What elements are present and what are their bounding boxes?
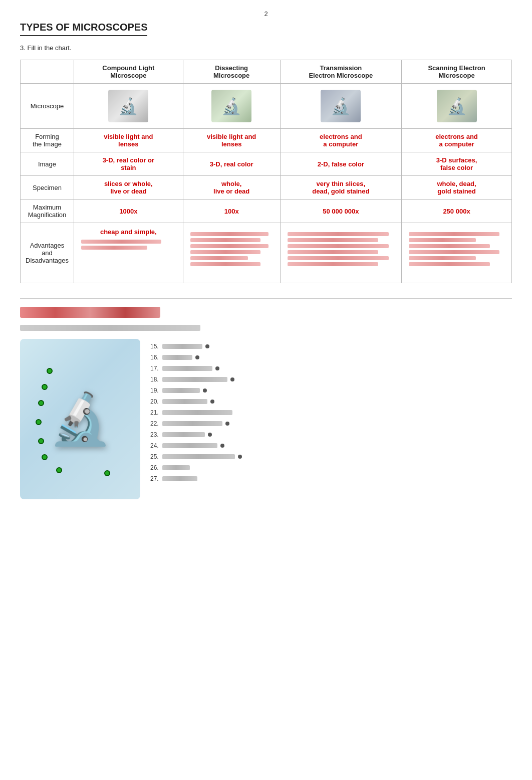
cell-scanning-magnification: 250 000x <box>402 200 512 223</box>
label-number-5: 19. <box>150 387 159 394</box>
cell-dissecting-image-type: 3-D, real color <box>183 152 280 176</box>
label-text-5 <box>162 388 200 393</box>
label-row-2: 16. <box>150 354 512 361</box>
diagram-dot-8 <box>104 470 110 476</box>
label-text-11 <box>162 454 235 459</box>
label-number-7: 21. <box>150 409 159 416</box>
label-row-11: 25. <box>150 453 512 460</box>
diagram-dot-2 <box>42 384 48 390</box>
label-row-7: 21. <box>150 409 512 416</box>
compound-magnification-text: 1000x <box>119 208 137 215</box>
label-row-5: 19. <box>150 387 512 394</box>
compound-forming-text: visible light andlenses <box>104 133 153 148</box>
label-row-12: 26. <box>150 464 512 471</box>
dissecting-magnification-text: 100x <box>224 208 239 215</box>
dissecting-forming-text: visible light andlenses <box>207 133 256 148</box>
row-label-forming: Formingthe Image <box>21 129 74 152</box>
table-row-magnification: MaximumMagnification 1000x 100x 50 000 0… <box>21 200 512 223</box>
microscope-chart-table: Compound LightMicroscope DissectingMicro… <box>20 60 512 283</box>
col-header-compound: Compound LightMicroscope <box>74 60 183 84</box>
col-header-dissecting: DissectingMicroscope <box>183 60 280 84</box>
cell-dissecting-forming: visible light andlenses <box>183 129 280 152</box>
cell-compound-image-type: 3-D, real color orstain <box>74 152 183 176</box>
dissecting-image-text: 3-D, real color <box>210 160 253 168</box>
label-row-1: 15. <box>150 343 512 350</box>
cell-compound-advantages: cheap and simple, <box>74 223 183 283</box>
cell-dissecting-specimen: whole,live or dead <box>183 176 280 200</box>
cell-transmission-specimen: very thin slices,dead, gold stained <box>280 176 401 200</box>
label-row-8: 22. <box>150 420 512 427</box>
cell-transmission-magnification: 50 000 000x <box>280 200 401 223</box>
label-text-3 <box>162 366 212 371</box>
label-number-2: 16. <box>150 354 159 361</box>
label-circle-4 <box>230 377 234 381</box>
cell-dissecting-magnification: 100x <box>183 200 280 223</box>
transmission-advantages-blur <box>286 228 396 270</box>
compound-advantages-blur <box>79 236 178 254</box>
col-header-empty <box>21 60 74 84</box>
lower-section-instruction <box>20 325 200 331</box>
table-row-image: Image 3-D, real color orstain 3-D, real … <box>21 152 512 176</box>
diagram-dot-6 <box>42 454 48 460</box>
scanning-magnification-text: 250 000x <box>443 208 470 215</box>
label-text-7 <box>162 410 232 415</box>
row-label-specimen: Specimen <box>21 176 74 200</box>
transmission-microscope-image <box>321 90 361 122</box>
table-row-microscope: Microscope <box>21 84 512 129</box>
label-circle-3 <box>215 366 219 370</box>
cell-transmission-advantages <box>280 223 401 283</box>
label-row-3: 17. <box>150 365 512 372</box>
label-text-9 <box>162 432 205 437</box>
label-number-8: 22. <box>150 420 159 427</box>
microscope-diagram <box>20 339 140 499</box>
label-text-12 <box>162 465 190 470</box>
transmission-image-text: 2-D, false color <box>318 160 364 168</box>
scanning-forming-text: electrons anda computer <box>435 133 478 148</box>
label-row-9: 23. <box>150 431 512 438</box>
diagram-dot-7 <box>56 467 62 473</box>
label-text-4 <box>162 377 227 382</box>
label-number-9: 23. <box>150 431 159 438</box>
cell-compound-specimen: slices or whole,live or dead <box>74 176 183 200</box>
label-row-10: 24. <box>150 442 512 449</box>
compound-advantages-text: cheap and simple, <box>100 228 157 236</box>
transmission-magnification-text: 50 000 000x <box>323 208 359 215</box>
scanning-specimen-text: whole, dead,gold stained <box>437 180 476 195</box>
label-circle-10 <box>220 444 224 448</box>
table-row-advantages: AdvantagesandDisadvantages cheap and sim… <box>21 223 512 283</box>
label-number-10: 24. <box>150 442 159 449</box>
page-number: 2 <box>20 10 512 18</box>
table-row-specimen: Specimen slices or whole,live or dead wh… <box>21 176 512 200</box>
diagram-dot-5 <box>38 438 44 444</box>
label-number-4: 18. <box>150 376 159 383</box>
fill-chart-instruction: 3. Fill in the chart. <box>20 44 512 52</box>
label-number-11: 25. <box>150 453 159 460</box>
label-number-6: 20. <box>150 398 159 405</box>
cell-compound-image <box>74 84 183 129</box>
cell-scanning-image <box>402 84 512 129</box>
label-row-13: 27. <box>150 475 512 482</box>
row-label-microscope: Microscope <box>21 84 74 129</box>
cell-compound-magnification: 1000x <box>74 200 183 223</box>
cell-scanning-advantages <box>402 223 512 283</box>
transmission-forming-text: electrons anda computer <box>320 133 362 148</box>
label-text-8 <box>162 421 222 426</box>
label-text-2 <box>162 355 192 360</box>
label-number-3: 17. <box>150 365 159 372</box>
label-circle-6 <box>210 400 214 404</box>
label-circle-8 <box>225 422 229 426</box>
label-circle-2 <box>195 355 199 359</box>
cell-transmission-image-type: 2-D, false color <box>280 152 401 176</box>
cell-scanning-image-type: 3-D surfaces,false color <box>402 152 512 176</box>
label-circle-1 <box>205 344 209 348</box>
label-text-10 <box>162 443 217 448</box>
lower-section: 15. 16. 17. 18. 19. <box>20 298 512 499</box>
dissecting-microscope-image <box>211 90 251 122</box>
label-circle-11 <box>238 455 242 459</box>
label-number-12: 26. <box>150 464 159 471</box>
compound-specimen-text: slices or whole,live or dead <box>104 180 153 195</box>
cell-transmission-image <box>280 84 401 129</box>
cell-scanning-forming: electrons anda computer <box>402 129 512 152</box>
lower-content-area: 15. 16. 17. 18. 19. <box>20 339 512 499</box>
cell-transmission-forming: electrons anda computer <box>280 129 401 152</box>
